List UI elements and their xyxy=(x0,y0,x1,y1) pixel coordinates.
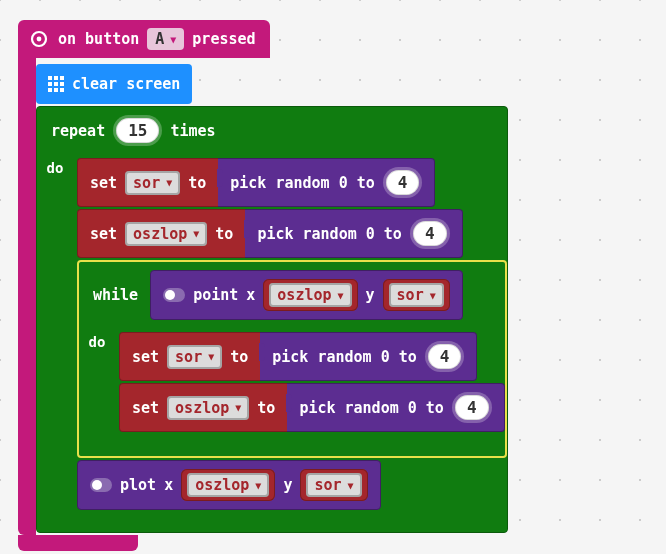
on-button-pressed-block[interactable]: on button A ▼ pressed xyxy=(18,20,270,58)
event-block-spine xyxy=(18,58,36,535)
set-oszlop-block-1[interactable]: set oszlop ▼ to pick random 0 to xyxy=(77,209,463,258)
point-y-slot[interactable]: sor ▼ xyxy=(383,279,450,311)
var-dropdown-value: sor xyxy=(175,348,202,366)
pick-random-label: pick random 0 to xyxy=(257,225,402,243)
var-dropdown-oszlop[interactable]: oszlop ▼ xyxy=(269,283,351,307)
plot-x-slot[interactable]: oszlop ▼ xyxy=(181,469,275,501)
var-dropdown-value: sor xyxy=(133,174,160,192)
svg-rect-3 xyxy=(54,76,58,80)
while-do-label: do xyxy=(89,334,106,350)
var-dropdown-sor[interactable]: sor ▼ xyxy=(389,283,444,307)
set-label: set xyxy=(132,348,159,366)
var-dropdown-oszlop[interactable]: oszlop ▼ xyxy=(187,473,269,497)
chevron-down-icon: ▼ xyxy=(208,351,214,362)
pick-random-limit-slot[interactable]: 4 xyxy=(425,341,465,372)
svg-rect-7 xyxy=(60,82,64,86)
chevron-down-icon: ▼ xyxy=(430,290,436,301)
repeat-block[interactable]: repeat 15 times do set xyxy=(36,106,508,533)
var-dropdown-value: oszlop xyxy=(175,399,229,417)
set-label: set xyxy=(90,225,117,243)
var-dropdown-value: sor xyxy=(314,476,341,494)
plot-block[interactable]: plot x oszlop ▼ y sor xyxy=(77,460,381,510)
grid-icon xyxy=(48,76,64,92)
set-label: set xyxy=(90,174,117,192)
pick-random-block[interactable]: pick random 0 to 4 xyxy=(260,332,477,381)
svg-rect-5 xyxy=(48,82,52,86)
while-spine: do xyxy=(79,328,115,438)
point-x-label: x xyxy=(246,286,255,304)
var-dropdown-sor[interactable]: sor ▼ xyxy=(167,345,222,369)
pick-random-limit-value[interactable]: 4 xyxy=(413,221,447,246)
pick-random-limit-value[interactable]: 4 xyxy=(455,395,489,420)
plot-y-slot[interactable]: sor ▼ xyxy=(300,469,367,501)
chevron-down-icon: ▼ xyxy=(348,480,354,491)
chevron-down-icon: ▼ xyxy=(338,290,344,301)
pick-random-label: pick random 0 to xyxy=(230,174,375,192)
var-dropdown-oszlop[interactable]: oszlop ▼ xyxy=(167,396,249,420)
set-sor-block-1[interactable]: set sor ▼ to pick random 0 to 4 xyxy=(77,158,435,207)
var-dropdown-value: oszlop xyxy=(277,286,331,304)
while-label: while xyxy=(93,286,138,304)
set-label: set xyxy=(132,399,159,417)
pick-random-block[interactable]: pick random 0 to 4 xyxy=(245,209,462,258)
clear-screen-block[interactable]: clear screen xyxy=(36,64,192,104)
plot-x-label: x xyxy=(164,476,173,494)
point-y-label: y xyxy=(366,286,375,304)
var-dropdown-sor[interactable]: sor ▼ xyxy=(125,171,180,195)
toggle-icon[interactable] xyxy=(90,478,112,492)
repeat-do-label: do xyxy=(47,160,64,176)
pick-random-block[interactable]: pick random 0 to 4 xyxy=(218,158,435,207)
while-foot xyxy=(79,438,505,456)
repeat-label: repeat xyxy=(51,122,105,140)
plot-label: plot xyxy=(120,476,156,494)
pick-random-limit-value[interactable]: 4 xyxy=(386,170,420,195)
var-dropdown-value: sor xyxy=(397,286,424,304)
set-oszlop-block-2[interactable]: set oszlop ▼ to pick xyxy=(119,383,505,432)
svg-rect-4 xyxy=(60,76,64,80)
pick-random-limit-slot[interactable]: 4 xyxy=(383,167,423,198)
var-dropdown-sor[interactable]: sor ▼ xyxy=(306,473,361,497)
button-dropdown[interactable]: A ▼ xyxy=(147,28,184,50)
pick-random-block[interactable]: pick random 0 to 4 xyxy=(287,383,504,432)
chevron-down-icon: ▼ xyxy=(193,228,199,239)
svg-point-1 xyxy=(37,37,42,42)
point-x-slot[interactable]: oszlop ▼ xyxy=(263,279,357,311)
plot-y-label: y xyxy=(283,476,292,494)
var-dropdown-oszlop[interactable]: oszlop ▼ xyxy=(125,222,207,246)
to-label: to xyxy=(230,348,248,366)
event-label-suffix: pressed xyxy=(192,30,255,48)
chevron-down-icon: ▼ xyxy=(255,480,261,491)
pick-random-label: pick random 0 to xyxy=(272,348,417,366)
set-sor-block-2[interactable]: set sor ▼ to pick ra xyxy=(119,332,477,381)
toggle-icon[interactable] xyxy=(163,288,185,302)
chevron-down-icon: ▼ xyxy=(170,34,176,45)
to-label: to xyxy=(188,174,206,192)
pick-random-limit-slot[interactable]: 4 xyxy=(452,392,492,423)
pick-random-limit-value[interactable]: 4 xyxy=(428,344,462,369)
point-block[interactable]: point x oszlop ▼ y xyxy=(150,270,463,320)
repeat-times-label: times xyxy=(170,122,215,140)
event-target-icon xyxy=(30,30,48,48)
button-dropdown-value: A xyxy=(155,30,164,48)
repeat-spine: do xyxy=(37,154,73,514)
chevron-down-icon: ▼ xyxy=(235,402,241,413)
svg-rect-8 xyxy=(48,88,52,92)
while-block[interactable]: while point x oszlop ▼ xyxy=(77,260,507,458)
svg-rect-6 xyxy=(54,82,58,86)
svg-rect-9 xyxy=(54,88,58,92)
repeat-count-slot[interactable]: 15 xyxy=(113,115,162,146)
chevron-down-icon: ▼ xyxy=(166,177,172,188)
svg-rect-10 xyxy=(60,88,64,92)
var-dropdown-value: oszlop xyxy=(133,225,187,243)
pick-random-limit-slot[interactable]: 4 xyxy=(410,218,450,249)
repeat-foot xyxy=(37,514,507,532)
svg-rect-2 xyxy=(48,76,52,80)
var-dropdown-value: oszlop xyxy=(195,476,249,494)
point-label: point xyxy=(193,286,238,304)
block-workspace[interactable]: on button A ▼ pressed c xyxy=(18,20,508,551)
clear-screen-label: clear screen xyxy=(72,75,180,93)
to-label: to xyxy=(215,225,233,243)
event-block-foot xyxy=(18,535,138,551)
repeat-count-value[interactable]: 15 xyxy=(116,118,159,143)
pick-random-label: pick random 0 to xyxy=(299,399,444,417)
